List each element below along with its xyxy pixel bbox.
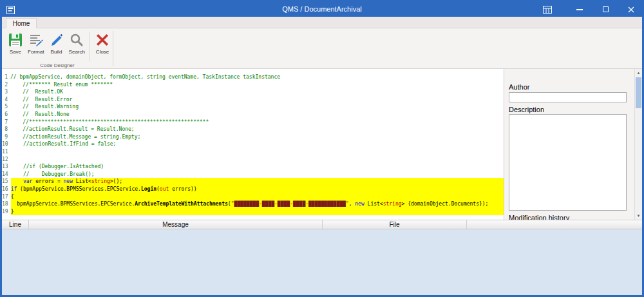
code-line[interactable]: 15 var errors = new List<string>();: [2, 178, 504, 186]
line-number: 1: [2, 73, 10, 81]
code-line[interactable]: 8 //actionResult.Result = Result.None;: [2, 126, 504, 133]
line-number: 8: [2, 126, 10, 133]
scroll-up-icon[interactable]: ▲: [635, 69, 642, 77]
code-line[interactable]: 5 // Result.Warning: [2, 103, 504, 111]
line-number: 15: [2, 178, 11, 186]
minimize-button[interactable]: [575, 5, 584, 14]
column-header-file[interactable]: File: [323, 220, 467, 229]
scroll-down-icon[interactable]: ▼: [635, 212, 642, 220]
code-editor-lines: 1// bpmAppService, domainObject, formObj…: [2, 73, 504, 215]
save-icon: [8, 31, 23, 48]
ribbon: Save Format: [2, 28, 642, 69]
format-button[interactable]: Format: [26, 30, 46, 55]
code-line[interactable]: 6 // Result.None: [2, 111, 504, 119]
line-number: 2: [2, 81, 10, 89]
close-icon: [95, 31, 110, 48]
code-line[interactable]: 4 // Result.Error: [2, 96, 504, 104]
author-label: Author: [509, 83, 529, 91]
maximize-button[interactable]: [601, 5, 610, 14]
column-header-line[interactable]: Line: [2, 220, 29, 229]
column-header-message[interactable]: Message: [29, 220, 323, 229]
code-line[interactable]: 2 //******* Result enum *******: [2, 81, 504, 89]
line-number: 18: [2, 200, 11, 208]
code-line[interactable]: 1// bpmAppService, domainObject, formObj…: [2, 73, 504, 81]
code-editor[interactable]: 1// bpmAppService, domainObject, formObj…: [2, 69, 504, 220]
line-number: 7: [2, 119, 10, 126]
code-line[interactable]: 19}: [2, 208, 504, 216]
line-number: 10: [2, 140, 11, 148]
author-input[interactable]: [509, 92, 627, 102]
ribbon-tabstrip: Home: [2, 17, 642, 28]
line-number: 12: [2, 156, 11, 164]
save-button-label: Save: [10, 49, 21, 55]
main-content: 1// bpmAppService, domainObject, formObj…: [2, 69, 642, 220]
code-line[interactable]: 16if (bpmAppService.BPMSServices.EPCServ…: [2, 186, 504, 193]
properties-panel: Author Description Modification history: [505, 69, 634, 220]
line-number: 5: [2, 103, 10, 111]
line-number: 16: [2, 186, 11, 193]
line-number: 6: [2, 111, 10, 119]
search-button-label: Search: [69, 49, 85, 55]
ribbon-separator: [89, 32, 90, 61]
build-button[interactable]: Build: [47, 30, 66, 55]
line-number: 3: [2, 88, 10, 96]
code-line[interactable]: 18 bpmAppService.BPMSServices.EPCService…: [2, 200, 504, 208]
close-icon: [628, 6, 634, 13]
code-line[interactable]: 12: [2, 156, 504, 164]
group-label-code-designer: Code Designer: [2, 62, 113, 68]
scrollbar-thumb[interactable]: [636, 77, 641, 108]
close-window-button[interactable]: [627, 5, 636, 14]
maximize-icon: [603, 6, 609, 12]
code-line[interactable]: 11: [2, 148, 504, 156]
search-icon: [69, 31, 84, 48]
line-number: 11: [2, 148, 11, 156]
save-button[interactable]: Save: [6, 30, 25, 55]
ribbon-group-divider: [113, 31, 113, 66]
close-button-label: Close: [96, 49, 109, 55]
column-header-filler: [467, 220, 642, 229]
titlebar: QMS / DocumentArchival: [2, 2, 642, 17]
code-line[interactable]: 14 // Debugger.Break();: [2, 171, 504, 178]
line-number: 9: [2, 133, 10, 141]
code-line[interactable]: 9 //actionResult.Message = string.Empty;: [2, 133, 504, 141]
close-button[interactable]: Close: [92, 30, 113, 55]
description-input[interactable]: [509, 114, 627, 211]
code-line[interactable]: 17{: [2, 193, 504, 201]
build-icon: [48, 31, 64, 48]
error-list-body[interactable]: [2, 229, 642, 295]
code-line[interactable]: 10 //actionResult.IfFind = false;: [2, 140, 504, 148]
ribbon-group-code-designer: Save Format: [2, 28, 113, 69]
code-line[interactable]: 13 //if (Debugger.IsAttached): [2, 163, 504, 171]
line-number: 13: [2, 163, 11, 171]
line-number: 17: [2, 193, 11, 201]
line-number: 4: [2, 96, 10, 104]
build-button-label: Build: [51, 49, 62, 55]
minimize-icon: [576, 9, 583, 10]
table-view-icon[interactable]: [543, 5, 552, 14]
tab-home[interactable]: Home: [6, 18, 37, 29]
line-number: 14: [2, 171, 11, 178]
line-number: 19: [2, 208, 11, 216]
code-line[interactable]: 7 //************************************…: [2, 119, 504, 126]
search-button[interactable]: Search: [67, 30, 86, 55]
code-line[interactable]: 3 // Result.OK: [2, 88, 504, 96]
app-window: QMS / DocumentArchival Home: [0, 0, 644, 297]
error-list-header: Line Message File: [2, 220, 642, 229]
format-button-label: Format: [28, 49, 44, 55]
format-icon: [28, 31, 44, 48]
description-label: Description: [509, 106, 544, 113]
panel-scrollbar[interactable]: ▲ ▼: [634, 69, 642, 220]
